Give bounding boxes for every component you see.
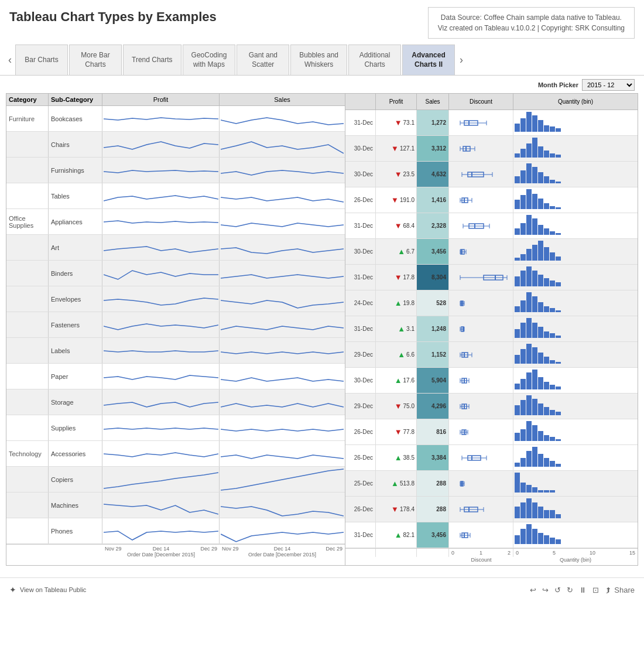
category-cell xyxy=(6,518,49,543)
sales-cell: 1,416 xyxy=(417,187,449,213)
table-row: TechnologyAccessories xyxy=(6,441,345,467)
rh-discount: Discount xyxy=(449,94,513,110)
tab-more-bar-charts[interactable]: More BarCharts xyxy=(69,45,122,75)
tab-trend-charts[interactable]: Trend Charts xyxy=(123,45,181,75)
svg-rect-142 xyxy=(556,387,561,389)
svg-rect-114 xyxy=(544,331,549,338)
svg-rect-109 xyxy=(515,329,520,338)
svg-rect-86 xyxy=(532,271,537,286)
arrow-down-icon: ▼ xyxy=(395,402,402,411)
profit-value: 127.1 xyxy=(400,145,415,152)
histogram-cell xyxy=(513,497,638,522)
date-cell: 24-Dec xyxy=(345,290,376,316)
profit-sparkline xyxy=(102,312,220,337)
redo-icon[interactable]: ↪ xyxy=(542,586,549,594)
profit-value: 513.8 xyxy=(400,480,415,487)
tableau-link[interactable]: ✦ View on Tableau Public xyxy=(9,585,86,594)
svg-rect-98 xyxy=(526,292,532,312)
profit-sparkline xyxy=(102,389,220,415)
profit-arrow-cell: ▼73.1 xyxy=(376,110,417,135)
sales-cell: 1,272 xyxy=(417,110,449,135)
arrow-up-icon: ▲ xyxy=(391,479,399,488)
share-icon[interactable]: ⮭ Share xyxy=(605,586,635,594)
svg-rect-18 xyxy=(515,153,520,158)
tab-additional[interactable]: AdditionalCharts xyxy=(348,45,401,75)
arrow-up-icon: ▲ xyxy=(398,324,405,333)
box-plot-cell xyxy=(449,136,513,161)
arrow-down-icon: ▼ xyxy=(395,118,402,127)
svg-rect-180 xyxy=(550,461,555,467)
profit-arrow-cell: ▼75.0 xyxy=(376,394,417,419)
table-row: Copiers xyxy=(6,467,345,493)
svg-rect-137 xyxy=(526,372,532,389)
svg-rect-8 xyxy=(532,115,537,132)
right-rows: 31-Dec▼73.11,272 30-Dec▼127.13,312 30-De… xyxy=(345,110,638,548)
svg-rect-217 xyxy=(538,533,543,544)
tab-gant-scatter[interactable]: Gant andScatter xyxy=(237,45,289,75)
box-plot-cell xyxy=(449,239,513,264)
svg-rect-100 xyxy=(538,302,543,312)
svg-rect-141 xyxy=(550,385,555,389)
svg-rect-139 xyxy=(538,377,543,389)
app-title: Tableau Chart Types by Examples xyxy=(9,7,217,25)
tab-geocoding[interactable]: GeoCodingwith Maps xyxy=(183,45,236,75)
svg-rect-155 xyxy=(556,412,561,415)
undo-icon[interactable]: ↩ xyxy=(530,586,536,594)
profit-value: 6.6 xyxy=(406,351,415,358)
tab-advanced-charts[interactable]: AdvancedCharts II xyxy=(402,45,455,75)
view-icon[interactable]: ⊡ xyxy=(592,586,599,594)
revert-icon[interactable]: ↺ xyxy=(554,586,561,594)
profit-sparkline xyxy=(102,158,220,183)
right-axis-labels: Discount Quantity (bin) xyxy=(345,557,638,565)
histogram-cell xyxy=(513,290,638,316)
tab-bar-charts[interactable]: Bar Charts xyxy=(15,45,68,75)
box-plot-cell xyxy=(449,445,513,470)
profit-sparkline xyxy=(102,415,220,440)
svg-rect-193 xyxy=(550,490,555,493)
category-cell xyxy=(6,493,49,518)
svg-rect-45 xyxy=(520,195,526,209)
nav-next-button[interactable]: › xyxy=(456,45,467,75)
profit-value: 191.0 xyxy=(400,197,415,203)
subcategory-cell: Phones xyxy=(49,518,102,543)
arrow-down-icon: ▼ xyxy=(391,196,399,204)
svg-rect-213 xyxy=(515,535,520,544)
profit-arrow-cell: ▼191.0 xyxy=(376,187,417,213)
sales-cell: 2,328 xyxy=(417,213,449,238)
svg-rect-102 xyxy=(550,308,555,312)
right-data-row: 26-Dec▼191.01,416 xyxy=(345,187,638,213)
date-cell: 31-Dec xyxy=(345,522,376,548)
profit-arrow-cell: ▼17.8 xyxy=(376,265,417,290)
svg-rect-115 xyxy=(550,333,555,338)
svg-rect-113 xyxy=(538,327,543,338)
histogram-cell xyxy=(513,162,638,187)
svg-rect-31 xyxy=(515,176,520,183)
profit-value: 75.0 xyxy=(403,403,415,409)
box-plot-cell xyxy=(449,187,513,213)
sales-cell: 528 xyxy=(417,290,449,316)
pause-icon[interactable]: ⏸ xyxy=(579,586,587,594)
svg-rect-110 xyxy=(520,323,526,338)
right-data-row: 31-Dec▼17.88,304 xyxy=(345,265,638,290)
svg-rect-85 xyxy=(526,266,532,286)
tab-bubbles[interactable]: Bubbles andWhiskers xyxy=(290,45,347,75)
nav-prev-button[interactable]: ‹ xyxy=(5,45,15,75)
profit-sparkline xyxy=(102,132,220,157)
col-header-sales: Sales xyxy=(220,94,345,105)
table-row: FurnitureBookcases xyxy=(6,106,345,132)
histogram-cell xyxy=(513,316,638,341)
svg-rect-99 xyxy=(532,296,537,312)
profit-value: 19.8 xyxy=(403,300,415,306)
svg-rect-181 xyxy=(556,464,561,467)
right-data-row: 30-Dec▲17.65,904 xyxy=(345,368,638,394)
svg-rect-116 xyxy=(556,336,561,338)
table-row: Binders xyxy=(6,261,345,286)
category-cell xyxy=(6,364,49,389)
svg-rect-188 xyxy=(520,483,526,493)
box-plot-cell xyxy=(449,162,513,187)
date-cell: 29-Dec xyxy=(345,394,376,419)
sales-sparkline xyxy=(220,338,345,363)
refresh-icon[interactable]: ↻ xyxy=(567,586,573,594)
right-data-row: 26-Dec▲38.53,384 xyxy=(345,445,638,471)
month-picker-select[interactable]: 2015 - 12 xyxy=(582,79,635,91)
